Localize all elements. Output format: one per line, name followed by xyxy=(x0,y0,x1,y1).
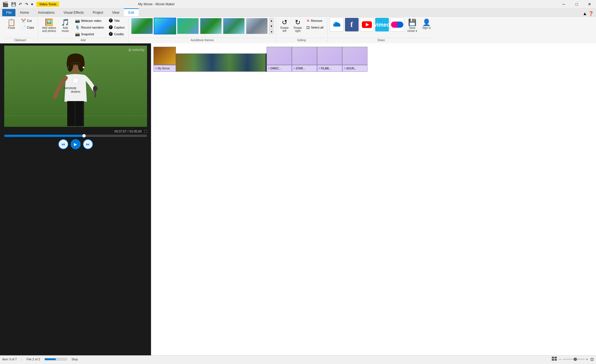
video-controls: 00:37,67 / 01:05,93 ⛶ ⏮ ▶ ⏭ xyxy=(4,127,147,153)
video-clip-1[interactable] xyxy=(153,47,176,65)
credit-clip-2[interactable] xyxy=(292,47,317,65)
title-button[interactable]: 🅣 Title xyxy=(108,18,126,24)
youtube-button[interactable]: You Tube xyxy=(360,18,374,32)
main-area: everybody dreams xyxy=(0,43,596,355)
remove-button[interactable]: ✕ Remove xyxy=(305,18,325,24)
theme-thumb-3 xyxy=(177,18,199,34)
fullscreen-icon[interactable]: ⛶ xyxy=(144,130,147,133)
credit-title-3[interactable]: A FILME... xyxy=(317,65,342,72)
forward-button[interactable]: ⏭ xyxy=(83,139,93,149)
paste-icon: 📋 xyxy=(7,19,16,26)
save-movie-button[interactable]: 💾 Savemovie ▾ xyxy=(405,18,419,34)
zoom-out-button[interactable]: − xyxy=(559,357,561,361)
zoom-in-button[interactable]: + xyxy=(586,357,588,361)
flickr-icon xyxy=(391,22,403,28)
tab-home[interactable]: Home xyxy=(15,9,33,16)
redo-button[interactable]: ↷ xyxy=(24,1,29,7)
credit-clip-4[interactable] xyxy=(342,47,367,65)
theme-item-3[interactable] xyxy=(177,18,199,34)
credit-label-1: DIREC... xyxy=(271,67,281,70)
record-narration-button[interactable]: 🎙️ Record narration xyxy=(74,24,105,31)
svg-rect-18 xyxy=(67,101,74,126)
progress-thumb[interactable] xyxy=(82,134,86,137)
video-clip-2[interactable] xyxy=(176,53,266,72)
cut-button[interactable]: ✂️ Cut xyxy=(20,18,36,24)
app-title: My Movie - Movie Maker xyxy=(138,2,175,6)
add-videos-button[interactable]: 🖼️ Add videosand photos xyxy=(40,18,58,34)
minimize-button[interactable]: ─ xyxy=(557,0,570,8)
credit-title-4[interactable]: A SOUN... xyxy=(342,65,367,72)
onedrive-icon xyxy=(332,22,341,28)
tab-visual-effects[interactable]: Visual Effects xyxy=(59,9,88,16)
editing-inner: ↺ Rotateleft ↻ Rotateright ✕ Remove ⊡ Se… xyxy=(278,18,325,37)
theme-item-4[interactable] xyxy=(200,18,222,34)
theme-item-6[interactable] xyxy=(246,18,268,34)
customize-qa[interactable]: ▾ xyxy=(30,1,34,7)
maximize-button[interactable]: □ xyxy=(570,0,583,8)
tab-project[interactable]: Project xyxy=(88,9,108,16)
webcam-button[interactable]: 📷 Webcam video xyxy=(74,18,105,24)
sign-in-icon: 👤 xyxy=(422,19,431,26)
copy-icon: 📄 xyxy=(21,25,26,30)
credit-title-2[interactable]: A STAR... xyxy=(292,65,317,72)
add-videos-label: Add videosand photos xyxy=(42,26,56,32)
caption-button[interactable]: 🅣 Caption xyxy=(108,24,126,31)
ribbon-collapse-button[interactable]: ▲ xyxy=(583,11,587,16)
title-clip-1[interactable]: A My Movie xyxy=(153,65,176,72)
copy-button[interactable]: 📄 Copy xyxy=(20,24,36,31)
share-inner: f You Tube vimeo 💾 xyxy=(330,18,433,37)
record-narration-label: Record narration xyxy=(81,26,104,29)
theme-scroll-up[interactable]: ▲ xyxy=(269,18,274,23)
tab-view[interactable]: View xyxy=(108,9,124,16)
fit-to-window-button[interactable]: ⊡ xyxy=(590,357,594,361)
snapshot-button[interactable]: 📸 Snapshot xyxy=(74,31,105,37)
theme-item-2[interactable] xyxy=(154,18,176,34)
svg-point-24 xyxy=(83,67,84,68)
rotate-left-label: Rotateleft xyxy=(280,26,288,32)
flickr-button[interactable] xyxy=(390,18,404,32)
theme-item-1[interactable] xyxy=(131,18,153,34)
tab-edit[interactable]: Edit xyxy=(124,8,139,16)
sign-in-button[interactable]: 👤 Sign in xyxy=(420,18,433,31)
save-button[interactable]: 💾 xyxy=(10,1,17,7)
zoom-thumb[interactable] xyxy=(574,358,577,361)
tab-animations[interactable]: Animations xyxy=(33,9,59,16)
tab-file[interactable]: File xyxy=(2,9,15,16)
storyboard-view-button[interactable] xyxy=(552,357,557,361)
share-label: Share xyxy=(330,38,433,42)
svg-rect-25 xyxy=(552,357,554,358)
theme-scroll-down[interactable]: ▼ xyxy=(269,24,274,29)
themes-gallery: ▲ ▼ ▾ xyxy=(131,18,274,34)
flickr-dot-blue xyxy=(397,22,403,28)
title-clip-icon: A xyxy=(155,66,157,70)
vimeo-button[interactable]: vimeo xyxy=(375,18,389,32)
facebook-button[interactable]: f xyxy=(345,18,359,32)
quick-access-toolbar: 🎬 💾 ↶ ↷ ▾ xyxy=(0,1,36,7)
credit-title-1[interactable]: A DIREC... xyxy=(267,65,292,72)
title-label: Title xyxy=(114,19,120,22)
rotate-right-button[interactable]: ↻ Rotateright xyxy=(292,18,304,34)
select-all-button[interactable]: ⊡ Select all xyxy=(305,24,325,31)
svg-text:dreams: dreams xyxy=(71,90,80,93)
credits-group: A DIREC... A STAR... A xyxy=(267,47,367,72)
close-button[interactable]: ✕ xyxy=(583,0,596,8)
onedrive-button[interactable] xyxy=(330,18,344,32)
credits-button[interactable]: 🅣 Credits xyxy=(108,31,126,37)
credit-clip-container-2: A STAR... xyxy=(292,47,317,72)
svg-rect-28 xyxy=(555,359,557,361)
credit-clip-3[interactable] xyxy=(317,47,342,65)
help-button[interactable]: ❓ xyxy=(588,11,594,16)
remove-icon: ✕ xyxy=(306,18,310,23)
progress-bar[interactable] xyxy=(4,135,147,137)
zoom-slider[interactable] xyxy=(562,359,585,360)
theme-scroll-more[interactable]: ▾ xyxy=(269,29,274,34)
paste-button[interactable]: 📋 Paste xyxy=(4,18,18,31)
play-button[interactable]: ▶ xyxy=(71,139,81,149)
rewind-button[interactable]: ⏮ xyxy=(58,139,68,149)
add-music-button[interactable]: 🎵 Addmusic xyxy=(59,18,71,34)
credit-clip-1[interactable] xyxy=(267,47,292,65)
theme-item-5[interactable] xyxy=(223,18,245,34)
stop-button[interactable]: Stop xyxy=(71,358,78,361)
rotate-left-button[interactable]: ↺ Rotateleft xyxy=(278,18,290,34)
undo-button[interactable]: ↶ xyxy=(18,1,23,7)
